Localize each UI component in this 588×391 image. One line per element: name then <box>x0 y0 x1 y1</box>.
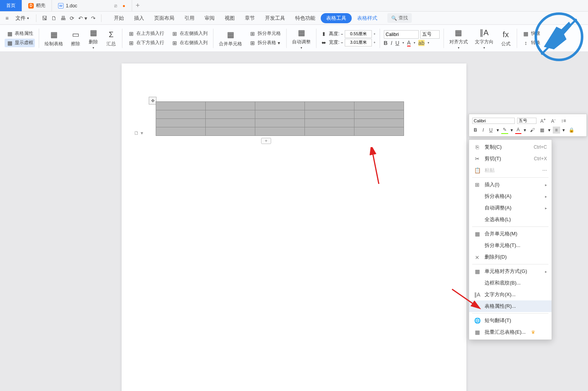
redo-icon[interactable]: ↷ <box>91 15 96 21</box>
table-props-icon: ▦ <box>6 30 13 37</box>
tab-layout[interactable]: 页面布局 <box>150 12 179 24</box>
merge-icon: ▦ <box>474 231 481 237</box>
italic-button[interactable]: I <box>391 40 392 46</box>
hamburger-icon[interactable]: ≡ <box>3 14 11 23</box>
page-mark-icon: 🗋 ▾ <box>134 130 143 136</box>
increase-font-icon[interactable]: A+ <box>539 117 547 125</box>
highlight-button[interactable]: ab <box>418 40 425 46</box>
width-input[interactable] <box>345 39 372 46</box>
autofit-button[interactable]: ▦自动调整▾ <box>289 26 314 51</box>
tab-devtools[interactable]: 开发工具 <box>260 12 290 24</box>
table-row <box>156 102 404 110</box>
tab-document[interactable]: W 1.doc ⎚ ● <box>52 0 132 11</box>
insert-col-left[interactable]: ⊞在左侧插入列 <box>170 29 209 38</box>
merge-cells-button[interactable]: ▦合并单元格 <box>216 27 245 49</box>
split-cell-button[interactable]: ⊞拆分单元格 <box>248 29 282 38</box>
ctx-select-all-table[interactable]: 全选表格(L) <box>469 214 552 225</box>
tab-insert[interactable]: 插入 <box>129 12 149 24</box>
font-color-button[interactable]: A <box>407 39 411 46</box>
ctx-autofit[interactable]: 自动调整(A)▸ <box>469 202 552 214</box>
mini-border[interactable]: ▦ <box>538 127 546 134</box>
font-select[interactable] <box>384 30 419 39</box>
tab-table-tools[interactable]: 表格工具 <box>321 13 352 23</box>
tab-home[interactable]: 首页 <box>0 0 22 11</box>
save-icon[interactable]: 🖫 <box>42 15 47 21</box>
close-icon[interactable]: ⎚ <box>114 3 117 9</box>
draw-table-button[interactable]: ▦绘制表格 <box>41 27 66 49</box>
document-table[interactable] <box>156 101 404 136</box>
menu-bar: ≡ 文件 ▾ 🖫 🗋 🖶 ⟳ ↶ ▾ ↷ 开始 插入 页面布局 引用 审阅 视图… <box>0 12 588 25</box>
show-border-button[interactable]: ▦显示虚框 <box>5 39 35 47</box>
ctx-summary-tables[interactable]: ▦批量汇总表格(E)...♛ <box>469 326 552 338</box>
text-direction-button[interactable]: ∥A文字方向▾ <box>472 26 497 51</box>
mini-highlight[interactable]: ✎ <box>501 126 508 134</box>
size-select[interactable] <box>420 30 440 39</box>
merge-icon: ▦ <box>225 29 236 40</box>
print-icon[interactable]: 🖶 <box>60 15 66 21</box>
tab-review[interactable]: 审阅 <box>200 12 219 24</box>
table-properties-button[interactable]: ▦表格属性 <box>5 29 35 38</box>
mini-size-select[interactable] <box>517 118 536 124</box>
ctx-copy[interactable]: ⎘复制(C)Ctrl+C <box>469 141 552 153</box>
add-row-button[interactable]: + <box>261 138 271 144</box>
search-icon: 🔍 <box>391 15 397 21</box>
line-spacing-icon[interactable]: ↕≡ <box>559 117 567 124</box>
insert-row-above[interactable]: ⊞在上方插入行 <box>126 29 166 38</box>
ctx-cell-align[interactable]: ▦单元格对齐方式(G)▸ <box>469 266 552 277</box>
table-move-handle[interactable]: ✥ <box>149 97 156 105</box>
delete-button[interactable]: ▦删除▾ <box>85 26 102 51</box>
mini-format-painter[interactable]: 🖌 <box>528 127 536 134</box>
ctx-delete-column[interactable]: ⨯删除列(D) <box>469 251 552 263</box>
mini-lock-icon[interactable]: 🔒 <box>567 127 576 134</box>
insert-col-right[interactable]: ⊞在右侧插入列 <box>170 39 209 47</box>
formula-button[interactable]: fx公式 <box>497 27 514 49</box>
undo-icon[interactable]: ↶ ▾ <box>78 15 87 21</box>
insert-row-below[interactable]: ⊞在下方插入行 <box>126 39 166 47</box>
new-tab-button[interactable]: + <box>132 0 144 11</box>
print-preview-icon[interactable]: 🗋 <box>51 15 57 21</box>
ctx-split-cells[interactable]: 拆分单元格(T)... <box>469 240 552 251</box>
mini-underline[interactable]: U <box>488 127 494 134</box>
ctx-text-direction[interactable]: ∥A文字方向(X)... <box>469 289 552 300</box>
tab-view[interactable]: 视图 <box>220 12 239 24</box>
refresh-icon[interactable]: ⟳ <box>70 15 74 21</box>
daoke-icon: D <box>28 3 34 9</box>
bold-button[interactable]: B <box>384 40 388 46</box>
split-table-button[interactable]: ⊞拆分表格 ▾ <box>248 39 282 47</box>
ctx-translate[interactable]: 🌐短句翻译(T) <box>469 315 552 326</box>
tab-features[interactable]: 特色功能 <box>291 12 320 24</box>
context-menu: ⎘复制(C)Ctrl+C ✂剪切(T)Ctrl+X 📋粘贴⋯ ⊞插入(I)▸ 拆… <box>469 139 552 340</box>
mini-bold[interactable]: B <box>472 127 479 134</box>
erase-button[interactable]: ▭擦除 <box>67 27 84 49</box>
tab-start[interactable]: 开始 <box>109 12 129 24</box>
tab-references[interactable]: 引用 <box>180 12 199 24</box>
mini-font-color[interactable]: A <box>515 126 521 134</box>
border-icon: ▦ <box>6 39 13 46</box>
ctx-cut[interactable]: ✂剪切(T)Ctrl+X <box>469 153 552 165</box>
ctx-paste: 📋粘贴⋯ <box>469 165 552 176</box>
ctx-insert[interactable]: ⊞插入(I)▸ <box>469 179 552 190</box>
ctx-border-shading[interactable]: 边框和底纹(B)... <box>469 277 552 289</box>
height-input[interactable] <box>345 30 372 38</box>
file-menu[interactable]: 文件 ▾ <box>12 13 32 23</box>
mini-font-select[interactable] <box>472 118 515 124</box>
ribbon-tabs: 开始 插入 页面布局 引用 审阅 视图 章节 开发工具 特色功能 表格工具 表格… <box>109 12 382 24</box>
sum-button[interactable]: Σ汇总 <box>103 27 120 49</box>
annotation-arrow-1 <box>367 147 383 186</box>
textdir-icon: ∥A <box>479 27 490 38</box>
tab-daoke[interactable]: D 稻壳 <box>22 0 52 11</box>
ctx-split-table[interactable]: 拆分表格(A)▸ <box>469 190 552 202</box>
mini-shading[interactable]: ≡ <box>553 127 560 134</box>
tab-chapter[interactable]: 章节 <box>240 12 260 24</box>
page[interactable]: ✥ 🗋 ▾ + <box>122 63 466 391</box>
search-box[interactable]: 🔍 查找 <box>387 13 412 23</box>
underline-button[interactable]: U <box>395 40 399 46</box>
alignment-button[interactable]: ▦对齐方式▾ <box>446 26 471 51</box>
ctx-table-properties[interactable]: 表格属性(R)... <box>469 300 552 312</box>
mini-italic[interactable]: I <box>481 127 485 134</box>
autofit-icon: ▦ <box>296 27 307 38</box>
decrease-font-icon[interactable]: A- <box>550 117 557 125</box>
tab-table-style[interactable]: 表格样式 <box>352 12 382 24</box>
delete-table-icon: ▦ <box>88 27 99 38</box>
ctx-merge-cells[interactable]: ▦合并单元格(M) <box>469 228 552 240</box>
